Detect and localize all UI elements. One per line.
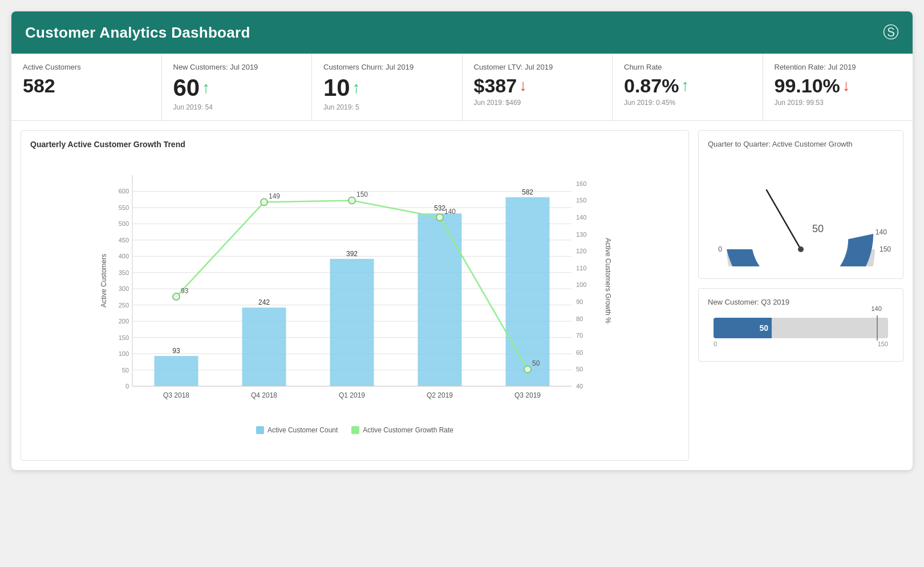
svg-point-64 [348,197,355,204]
hbar-axis: 0 150 [714,341,888,347]
svg-text:242: 242 [258,298,270,306]
svg-text:200: 200 [119,318,129,325]
kpi-value: $387↓ [474,76,601,95]
kpi-value: 10↑ [323,76,451,100]
svg-rect-47 [330,259,374,386]
arrow-down-icon: ↓ [842,78,850,94]
svg-text:149: 149 [269,192,280,200]
bar-chart-svg: 0501001502002503003504004505005506004050… [30,158,679,420]
svg-line-75 [767,190,801,249]
svg-line-56 [176,202,264,297]
right-panels: Quarter to Quarter: Active Customer Grow… [698,130,903,461]
legend-growth-box [351,426,359,434]
kpi-card-5: Retention Rate: Jul 2019 99.10%↓ Jun 201… [763,54,913,120]
svg-text:250: 250 [119,302,129,309]
hbar-min-label: 0 [714,341,717,347]
svg-text:70: 70 [576,332,583,339]
gauge-panel: Quarter to Quarter: Active Customer Grow… [698,130,903,279]
svg-text:150: 150 [576,197,586,204]
kpi-sub: Jun 2019: 0.45% [624,99,751,107]
svg-line-57 [264,200,352,202]
kpi-sub: Jun 2019: $469 [474,99,601,107]
kpi-card-1: New Customers: Jul 2019 60↑ Jun 2019: 54 [162,54,313,120]
svg-text:Q3 2018: Q3 2018 [163,391,189,399]
svg-text:600: 600 [119,188,129,195]
svg-text:Q3 2019: Q3 2019 [514,391,541,399]
svg-text:100: 100 [576,281,586,288]
hbar-max-label: 150 [878,341,888,347]
svg-text:140: 140 [444,208,456,216]
svg-text:Active Customers: Active Customers [100,254,108,307]
svg-text:50: 50 [122,367,129,374]
chart-legend: Active Customer Count Active Customer Gr… [30,426,679,434]
arrow-up-icon: ↑ [352,80,360,96]
svg-text:0: 0 [718,245,722,253]
legend-count-label: Active Customer Count [268,426,338,434]
legend-count-box [256,426,264,434]
kpi-value: 0.87%↑ [624,76,751,95]
header: Customer Analytics Dashboard Ⓢ [11,11,913,54]
gauge-svg: 140015050 [710,158,892,266]
svg-point-76 [798,246,804,252]
kpi-label: Retention Rate: Jul 2019 [775,63,902,71]
kpi-label: Customers Churn: Jul 2019 [323,63,451,71]
svg-line-58 [352,200,440,217]
svg-text:120: 120 [576,248,586,254]
svg-text:110: 110 [576,265,586,272]
kpi-value: 582 [23,76,150,95]
kpi-card-2: Customers Churn: Jul 2019 10↑ Jun 2019: … [312,54,463,120]
svg-text:150: 150 [119,334,129,341]
svg-text:130: 130 [576,231,586,238]
hbar-marker-label: 140 [871,305,881,312]
hbar-panel: New Customer: Q3 2019 50 140 0 150 [698,288,903,362]
svg-rect-44 [242,307,286,386]
svg-text:160: 160 [576,180,586,187]
legend-growth-label: Active Customer Growth Rate [363,426,453,434]
legend-count: Active Customer Count [256,426,338,434]
svg-text:Active Customers Growth %: Active Customers Growth % [604,238,612,323]
svg-text:350: 350 [119,269,129,276]
svg-text:60: 60 [576,349,583,356]
svg-text:Q1 2019: Q1 2019 [339,391,365,399]
dashboard: Customer Analytics Dashboard Ⓢ Active Cu… [11,11,913,470]
hbar-track: 50 140 [714,318,888,338]
svg-text:93: 93 [181,287,189,295]
svg-rect-53 [506,197,550,386]
kpi-sub: Jun 2019: 54 [173,103,301,111]
hbar-panel-title: New Customer: Q3 2019 [708,298,894,306]
bar-chart-container: 0501001502002503003504004505005506004050… [30,158,679,420]
svg-text:100: 100 [119,350,129,357]
svg-point-66 [436,214,443,221]
svg-text:150: 150 [356,191,368,199]
main-content: Quarterly Active Customer Growth Trend 0… [11,121,913,470]
kpi-value: 60↑ [173,76,301,100]
arrow-down-icon: ↓ [519,78,527,94]
svg-text:140: 140 [876,228,887,236]
svg-text:Q4 2018: Q4 2018 [251,391,277,399]
svg-text:392: 392 [346,250,358,258]
svg-point-68 [524,366,531,372]
kpi-label: Active Customers [23,63,150,71]
kpi-value: 99.10%↓ [775,76,902,95]
svg-text:300: 300 [119,285,129,292]
svg-text:450: 450 [119,237,129,244]
svg-rect-50 [418,213,462,386]
svg-text:140: 140 [576,214,586,221]
svg-text:80: 80 [576,315,583,322]
bar-chart-title: Quarterly Active Customer Growth Trend [30,140,679,149]
svg-point-62 [261,199,268,205]
svg-text:50: 50 [576,366,583,372]
header-icon: Ⓢ [883,22,899,43]
kpi-label: New Customers: Jul 2019 [173,63,301,71]
gauge-panel-title: Quarter to Quarter: Active Customer Grow… [708,140,894,148]
svg-text:50: 50 [532,359,540,367]
legend-growth: Active Customer Growth Rate [351,426,453,434]
kpi-sub: Jun 2019: 99.53 [775,99,902,107]
kpi-label: Churn Rate [624,63,751,71]
svg-text:50: 50 [812,223,824,234]
arrow-up-icon: ↑ [681,78,689,94]
hbar-container: 50 140 0 150 [708,313,894,352]
svg-text:40: 40 [576,383,583,390]
dashboard-title: Customer Analytics Dashboard [25,24,250,42]
kpi-card-0: Active Customers 582 [11,54,162,120]
